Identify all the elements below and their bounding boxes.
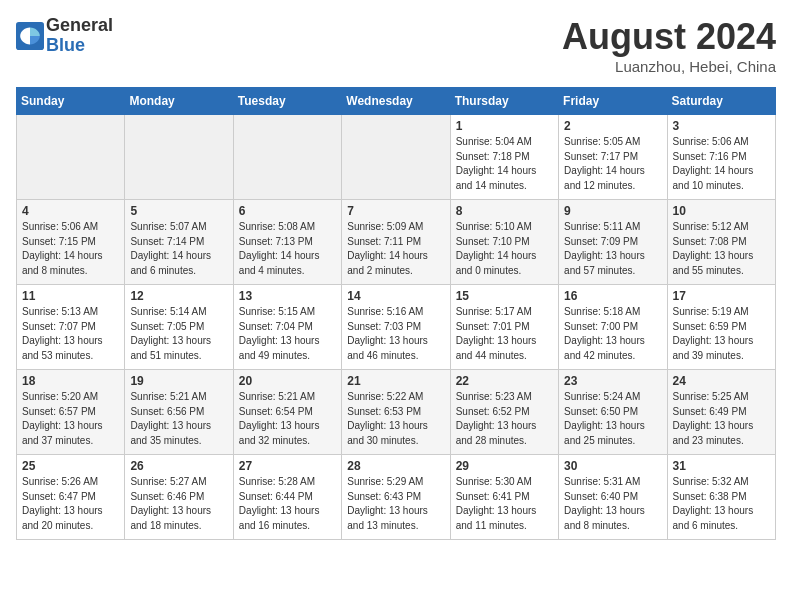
day-cell: 27Sunrise: 5:28 AMSunset: 6:44 PMDayligh… (233, 455, 341, 540)
day-info: Sunrise: 5:06 AMSunset: 7:16 PMDaylight:… (673, 135, 770, 193)
week-row-3: 11Sunrise: 5:13 AMSunset: 7:07 PMDayligh… (17, 285, 776, 370)
day-cell: 13Sunrise: 5:15 AMSunset: 7:04 PMDayligh… (233, 285, 341, 370)
day-cell: 3Sunrise: 5:06 AMSunset: 7:16 PMDaylight… (667, 115, 775, 200)
day-cell: 20Sunrise: 5:21 AMSunset: 6:54 PMDayligh… (233, 370, 341, 455)
calendar-table: SundayMondayTuesdayWednesdayThursdayFrid… (16, 87, 776, 540)
day-number: 30 (564, 459, 661, 473)
day-number: 11 (22, 289, 119, 303)
day-number: 14 (347, 289, 444, 303)
day-cell: 8Sunrise: 5:10 AMSunset: 7:10 PMDaylight… (450, 200, 558, 285)
day-cell (17, 115, 125, 200)
day-number: 5 (130, 204, 227, 218)
day-cell: 19Sunrise: 5:21 AMSunset: 6:56 PMDayligh… (125, 370, 233, 455)
day-cell: 22Sunrise: 5:23 AMSunset: 6:52 PMDayligh… (450, 370, 558, 455)
day-cell: 17Sunrise: 5:19 AMSunset: 6:59 PMDayligh… (667, 285, 775, 370)
day-number: 8 (456, 204, 553, 218)
logo-icon (16, 22, 44, 50)
day-cell: 24Sunrise: 5:25 AMSunset: 6:49 PMDayligh… (667, 370, 775, 455)
day-cell: 16Sunrise: 5:18 AMSunset: 7:00 PMDayligh… (559, 285, 667, 370)
day-info: Sunrise: 5:21 AMSunset: 6:54 PMDaylight:… (239, 390, 336, 448)
day-info: Sunrise: 5:14 AMSunset: 7:05 PMDaylight:… (130, 305, 227, 363)
day-info: Sunrise: 5:20 AMSunset: 6:57 PMDaylight:… (22, 390, 119, 448)
day-cell (125, 115, 233, 200)
day-number: 1 (456, 119, 553, 133)
day-number: 22 (456, 374, 553, 388)
day-cell: 30Sunrise: 5:31 AMSunset: 6:40 PMDayligh… (559, 455, 667, 540)
day-number: 13 (239, 289, 336, 303)
day-info: Sunrise: 5:18 AMSunset: 7:00 PMDaylight:… (564, 305, 661, 363)
day-cell: 15Sunrise: 5:17 AMSunset: 7:01 PMDayligh… (450, 285, 558, 370)
day-cell: 14Sunrise: 5:16 AMSunset: 7:03 PMDayligh… (342, 285, 450, 370)
day-cell: 2Sunrise: 5:05 AMSunset: 7:17 PMDaylight… (559, 115, 667, 200)
weekday-header-monday: Monday (125, 88, 233, 115)
day-cell: 29Sunrise: 5:30 AMSunset: 6:41 PMDayligh… (450, 455, 558, 540)
day-number: 21 (347, 374, 444, 388)
page-header: General Blue August 2024 Luanzhou, Hebei… (16, 16, 776, 75)
day-info: Sunrise: 5:26 AMSunset: 6:47 PMDaylight:… (22, 475, 119, 533)
logo-line2: Blue (46, 36, 113, 56)
day-cell: 10Sunrise: 5:12 AMSunset: 7:08 PMDayligh… (667, 200, 775, 285)
calendar-body: 1Sunrise: 5:04 AMSunset: 7:18 PMDaylight… (17, 115, 776, 540)
day-number: 27 (239, 459, 336, 473)
day-number: 6 (239, 204, 336, 218)
day-info: Sunrise: 5:32 AMSunset: 6:38 PMDaylight:… (673, 475, 770, 533)
day-cell: 21Sunrise: 5:22 AMSunset: 6:53 PMDayligh… (342, 370, 450, 455)
day-info: Sunrise: 5:09 AMSunset: 7:11 PMDaylight:… (347, 220, 444, 278)
day-info: Sunrise: 5:16 AMSunset: 7:03 PMDaylight:… (347, 305, 444, 363)
day-number: 7 (347, 204, 444, 218)
day-number: 29 (456, 459, 553, 473)
weekday-header-sunday: Sunday (17, 88, 125, 115)
weekday-header-saturday: Saturday (667, 88, 775, 115)
day-number: 4 (22, 204, 119, 218)
day-info: Sunrise: 5:13 AMSunset: 7:07 PMDaylight:… (22, 305, 119, 363)
day-info: Sunrise: 5:29 AMSunset: 6:43 PMDaylight:… (347, 475, 444, 533)
day-info: Sunrise: 5:24 AMSunset: 6:50 PMDaylight:… (564, 390, 661, 448)
day-info: Sunrise: 5:17 AMSunset: 7:01 PMDaylight:… (456, 305, 553, 363)
day-cell: 1Sunrise: 5:04 AMSunset: 7:18 PMDaylight… (450, 115, 558, 200)
day-info: Sunrise: 5:31 AMSunset: 6:40 PMDaylight:… (564, 475, 661, 533)
day-info: Sunrise: 5:22 AMSunset: 6:53 PMDaylight:… (347, 390, 444, 448)
day-cell: 7Sunrise: 5:09 AMSunset: 7:11 PMDaylight… (342, 200, 450, 285)
day-cell: 11Sunrise: 5:13 AMSunset: 7:07 PMDayligh… (17, 285, 125, 370)
day-cell: 25Sunrise: 5:26 AMSunset: 6:47 PMDayligh… (17, 455, 125, 540)
day-cell: 28Sunrise: 5:29 AMSunset: 6:43 PMDayligh… (342, 455, 450, 540)
day-info: Sunrise: 5:10 AMSunset: 7:10 PMDaylight:… (456, 220, 553, 278)
weekday-header-tuesday: Tuesday (233, 88, 341, 115)
day-info: Sunrise: 5:12 AMSunset: 7:08 PMDaylight:… (673, 220, 770, 278)
day-info: Sunrise: 5:08 AMSunset: 7:13 PMDaylight:… (239, 220, 336, 278)
logo-line1: General (46, 16, 113, 36)
day-number: 16 (564, 289, 661, 303)
day-number: 12 (130, 289, 227, 303)
day-cell: 31Sunrise: 5:32 AMSunset: 6:38 PMDayligh… (667, 455, 775, 540)
day-number: 23 (564, 374, 661, 388)
day-info: Sunrise: 5:25 AMSunset: 6:49 PMDaylight:… (673, 390, 770, 448)
day-cell (342, 115, 450, 200)
day-info: Sunrise: 5:11 AMSunset: 7:09 PMDaylight:… (564, 220, 661, 278)
weekday-header-friday: Friday (559, 88, 667, 115)
week-row-5: 25Sunrise: 5:26 AMSunset: 6:47 PMDayligh… (17, 455, 776, 540)
day-cell: 9Sunrise: 5:11 AMSunset: 7:09 PMDaylight… (559, 200, 667, 285)
weekday-header-thursday: Thursday (450, 88, 558, 115)
day-info: Sunrise: 5:05 AMSunset: 7:17 PMDaylight:… (564, 135, 661, 193)
day-number: 9 (564, 204, 661, 218)
day-info: Sunrise: 5:07 AMSunset: 7:14 PMDaylight:… (130, 220, 227, 278)
day-info: Sunrise: 5:28 AMSunset: 6:44 PMDaylight:… (239, 475, 336, 533)
day-number: 24 (673, 374, 770, 388)
day-number: 28 (347, 459, 444, 473)
day-number: 25 (22, 459, 119, 473)
day-number: 3 (673, 119, 770, 133)
day-number: 31 (673, 459, 770, 473)
day-number: 19 (130, 374, 227, 388)
day-number: 15 (456, 289, 553, 303)
day-info: Sunrise: 5:15 AMSunset: 7:04 PMDaylight:… (239, 305, 336, 363)
day-number: 20 (239, 374, 336, 388)
weekday-header-wednesday: Wednesday (342, 88, 450, 115)
day-cell (233, 115, 341, 200)
day-info: Sunrise: 5:21 AMSunset: 6:56 PMDaylight:… (130, 390, 227, 448)
day-cell: 26Sunrise: 5:27 AMSunset: 6:46 PMDayligh… (125, 455, 233, 540)
day-cell: 12Sunrise: 5:14 AMSunset: 7:05 PMDayligh… (125, 285, 233, 370)
day-cell: 4Sunrise: 5:06 AMSunset: 7:15 PMDaylight… (17, 200, 125, 285)
day-cell: 6Sunrise: 5:08 AMSunset: 7:13 PMDaylight… (233, 200, 341, 285)
day-info: Sunrise: 5:06 AMSunset: 7:15 PMDaylight:… (22, 220, 119, 278)
day-info: Sunrise: 5:27 AMSunset: 6:46 PMDaylight:… (130, 475, 227, 533)
